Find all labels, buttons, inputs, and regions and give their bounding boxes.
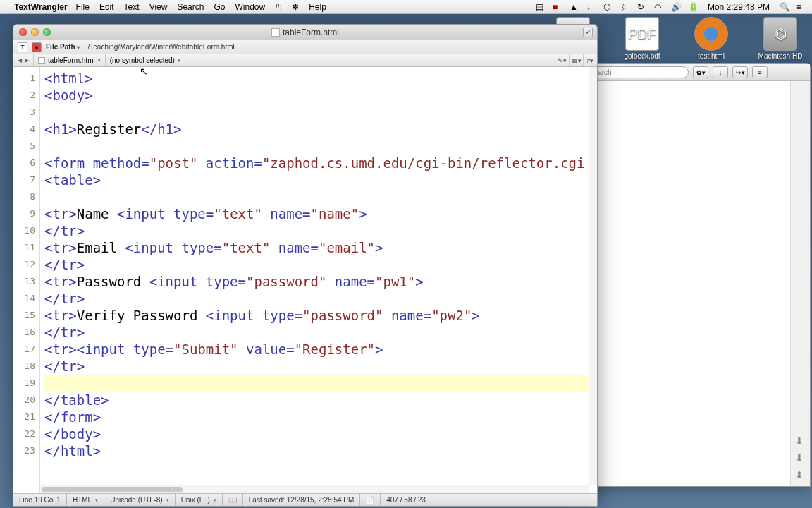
window-controls: [19, 28, 51, 36]
app-name[interactable]: TextWrangler: [14, 2, 68, 12]
nav-util-icon[interactable]: ▦▾: [569, 54, 583, 66]
status-encoding-menu[interactable]: Unicode (UTF-8): [104, 494, 175, 506]
vertical-scrollbar[interactable]: [589, 67, 597, 485]
code-line[interactable]: <form method="post" action="zaphod.cs.um…: [44, 155, 597, 171]
code-area[interactable]: <html><body><h1>Register</h1><form metho…: [40, 67, 597, 493]
code-line[interactable]: </tr>: [44, 358, 597, 375]
close-button[interactable]: [19, 28, 27, 36]
finder-utility-icon[interactable]: ⬇: [795, 452, 806, 464]
code-line[interactable]: </tr>: [44, 290, 597, 307]
line-number: 5: [13, 138, 35, 155]
code-line[interactable]: [44, 188, 597, 205]
status-stats: 407 / 58 / 23: [381, 494, 431, 506]
editor-window[interactable]: tableForm.html ⤢ T ● File Path : /Teachi…: [13, 24, 598, 507]
finder-action-button[interactable]: ↪▾: [732, 66, 748, 78]
line-number: 13: [13, 273, 35, 290]
code-line[interactable]: <tr>Password <input type="password" name…: [44, 273, 597, 290]
zoom-button[interactable]: [43, 28, 51, 36]
path-label[interactable]: File Path: [46, 43, 80, 51]
nav-symbol-menu[interactable]: (no symbol selected): [106, 54, 185, 66]
line-number: 14: [13, 290, 35, 307]
menu-#![interactable]: #!: [275, 2, 282, 12]
code-line[interactable]: <tr>Email <input type="text" name="email…: [44, 239, 597, 256]
pdf-icon: PDF: [625, 17, 659, 51]
menu-view[interactable]: View: [149, 2, 168, 12]
menu-help[interactable]: Help: [309, 2, 326, 12]
code-line[interactable]: <table>: [44, 171, 597, 188]
text-tool-icon[interactable]: T: [18, 42, 27, 52]
wifi-icon[interactable]: ◠: [654, 2, 664, 12]
titlebar[interactable]: tableForm.html ⤢: [13, 25, 597, 40]
status-doc-icon[interactable]: 📄: [360, 494, 381, 506]
desktop-icon-label: test.html: [684, 52, 739, 60]
code-line[interactable]: [44, 138, 597, 155]
menubar: TextWrangler FileEditTextViewSearchGoWin…: [0, 0, 812, 14]
nav-util-icon[interactable]: ✎▾: [555, 54, 569, 66]
battery-icon[interactable]: 🔋: [688, 2, 698, 12]
finder-action-button[interactable]: ✿▾: [693, 66, 708, 78]
bluetooth-icon[interactable]: ᛒ: [620, 2, 630, 12]
menubar-extra-icon[interactable]: ↕: [586, 2, 596, 12]
menu-edit[interactable]: Edit: [99, 2, 114, 12]
desktop-icon[interactable]: ⌬Macintosh HD: [753, 17, 808, 60]
document-proxy-icon[interactable]: ●: [32, 42, 42, 52]
finder-window[interactable]: ✿▾ ↓ ↪▾ ≡ ⬇ ⬇ ⬍: [578, 64, 811, 487]
code-line[interactable]: <tr>Name <input type="text" name="name">: [44, 205, 597, 222]
scrollbar-thumb[interactable]: [42, 487, 183, 492]
code-line[interactable]: </tr>: [44, 256, 597, 273]
code-line[interactable]: <tr>Verify Password <input type="passwor…: [44, 307, 597, 324]
code-line[interactable]: </form>: [44, 409, 597, 425]
desktop-icon[interactable]: test.html: [684, 17, 739, 60]
nav-bar: ◀ ▶ tableForm.html (no symbol selected) …: [13, 54, 597, 67]
line-number: 8: [13, 188, 35, 205]
menu-file[interactable]: File: [76, 2, 90, 12]
code-line[interactable]: <h1>Register</h1>: [44, 121, 597, 138]
finder-view-button[interactable]: ≡: [752, 66, 768, 78]
finder-action-button[interactable]: ↓: [713, 66, 728, 78]
menubar-right: ▤ ■ ▲ ↕ ⬡ ᛒ ↻ ◠ 🔊 🔋 Mon 2:29:48 PM 🔍 ≡: [536, 2, 806, 12]
code-line[interactable]: </body>: [44, 425, 597, 442]
finder-utility-icon[interactable]: ⬍: [795, 469, 806, 480]
timemachine-icon[interactable]: ↻: [637, 2, 647, 12]
finder-utility-icon[interactable]: ⬇: [795, 435, 806, 447]
menu-✽[interactable]: ✽: [292, 2, 299, 12]
menubar-clock[interactable]: Mon 2:29:48 PM: [708, 2, 770, 12]
code-line[interactable]: [44, 104, 597, 121]
menubar-extra-icon[interactable]: ■: [553, 2, 562, 12]
line-number: 6: [13, 155, 35, 171]
nav-util-icon[interactable]: #▾: [583, 54, 597, 66]
code-line[interactable]: </tr>: [44, 324, 597, 341]
desktop-icon[interactable]: PDFgolbeck.pdf: [615, 17, 670, 60]
status-book-icon[interactable]: 📖: [223, 494, 243, 506]
menu-window[interactable]: Window: [235, 2, 265, 12]
code-line[interactable]: <tr><input type="Submit" value="Register…: [44, 341, 597, 358]
path-value: : /Teaching/Maryland/WinterWeb/tableForm…: [84, 43, 235, 51]
notification-center-icon[interactable]: ≡: [796, 2, 806, 12]
menubar-extra-icon[interactable]: ▤: [536, 2, 546, 12]
code-line[interactable]: </tr>: [44, 222, 597, 239]
minimize-button[interactable]: [31, 28, 39, 36]
menu-search[interactable]: Search: [177, 2, 204, 12]
line-number: 3: [13, 104, 35, 121]
line-number: 23: [13, 442, 35, 459]
fullscreen-button[interactable]: ⤢: [583, 28, 593, 37]
nav-fwd-button[interactable]: ▶: [25, 57, 29, 64]
menubar-extra-icon[interactable]: ▲: [570, 2, 579, 12]
volume-icon[interactable]: 🔊: [671, 2, 681, 12]
path-bar: T ● File Path : /Teaching/Maryland/Winte…: [13, 40, 597, 54]
code-line[interactable]: <body>: [44, 87, 597, 104]
code-line[interactable]: </html>: [44, 442, 597, 459]
menu-text[interactable]: Text: [124, 2, 140, 12]
status-language-menu[interactable]: HTML: [67, 494, 104, 506]
spotlight-icon[interactable]: 🔍: [780, 2, 789, 12]
code-line[interactable]: </table>: [44, 392, 597, 409]
code-line[interactable]: <html>: [44, 70, 597, 87]
finder-search-input[interactable]: [583, 66, 689, 78]
nav-document-menu[interactable]: tableForm.html: [34, 54, 106, 66]
nav-back-button[interactable]: ◀: [18, 57, 22, 64]
status-lineending-menu[interactable]: Unix (LF): [176, 494, 223, 506]
horizontal-scrollbar[interactable]: [40, 485, 589, 493]
menu-go[interactable]: Go: [214, 2, 225, 12]
code-line[interactable]: [44, 375, 597, 392]
dropbox-icon[interactable]: ⬡: [603, 2, 613, 12]
